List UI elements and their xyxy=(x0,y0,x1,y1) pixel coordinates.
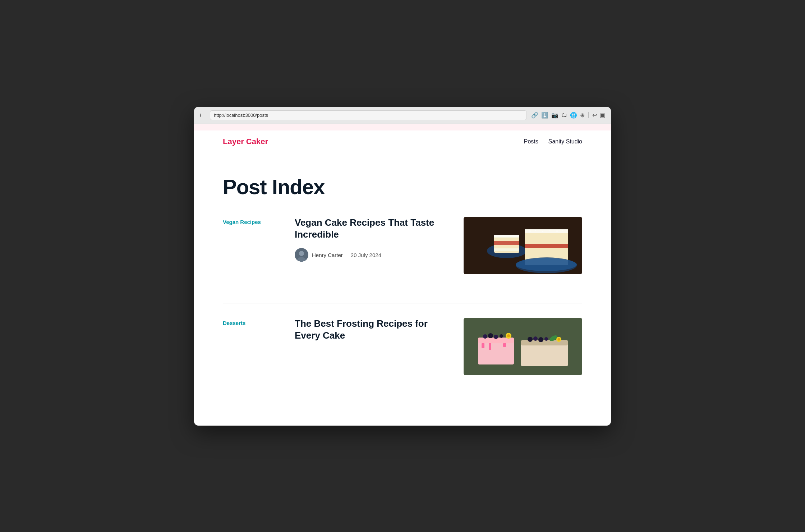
browser-window: i http://localhost:3000/posts 🔗 ⬇️ 📷 🗂 🌐… xyxy=(194,107,611,426)
globe-icon[interactable]: 🌐 xyxy=(570,112,577,119)
site-logo[interactable]: Layer Caker xyxy=(223,137,268,146)
svg-point-40 xyxy=(544,337,548,341)
post-title-1[interactable]: Vegan Cake Recipes That Taste Incredible xyxy=(295,217,449,241)
post-image-1[interactable] xyxy=(464,217,582,274)
svg-point-30 xyxy=(488,333,493,338)
link-icon[interactable]: 🔗 xyxy=(531,112,538,119)
svg-point-37 xyxy=(528,337,533,342)
divider xyxy=(588,112,589,118)
post-category-vegan[interactable]: Vegan Recipes xyxy=(223,219,261,225)
post-meta-col-2: Desserts xyxy=(223,318,280,326)
svg-rect-26 xyxy=(482,343,484,348)
svg-rect-11 xyxy=(525,244,568,248)
svg-point-22 xyxy=(516,258,577,271)
main-content: Post Index Vegan Recipes Vegan Cake Reci… xyxy=(194,153,611,426)
author-name: Henry Carter xyxy=(312,252,343,258)
svg-rect-28 xyxy=(503,343,506,347)
post-image-col-2 xyxy=(464,318,582,375)
separator-line xyxy=(223,303,582,303)
camera-icon[interactable]: 📷 xyxy=(551,112,558,119)
post-item: Vegan Recipes Vegan Cake Recipes That Ta… xyxy=(223,217,582,281)
svg-point-39 xyxy=(538,337,543,342)
post-author-row: Henry Carter 20 July 2024 xyxy=(295,248,449,262)
svg-point-31 xyxy=(494,335,498,339)
page-content: Layer Caker Posts Sanity Studio Post Ind… xyxy=(194,124,611,426)
post-category-desserts[interactable]: Desserts xyxy=(223,320,245,326)
svg-point-1 xyxy=(299,251,304,256)
svg-point-43 xyxy=(558,338,560,340)
svg-point-38 xyxy=(533,336,538,341)
post-info-col: Vegan Cake Recipes That Taste Incredible… xyxy=(295,217,449,262)
info-icon: i xyxy=(200,112,206,118)
post-image-col xyxy=(464,217,582,274)
nav-sanity-studio[interactable]: Sanity Studio xyxy=(548,138,582,145)
post-meta-col: Vegan Recipes xyxy=(223,217,280,225)
svg-rect-35 xyxy=(521,343,568,366)
folder-icon[interactable]: 🗂 xyxy=(561,112,567,118)
target-icon[interactable]: ⊕ xyxy=(580,112,585,119)
browser-actions: 🔗 ⬇️ 📷 🗂 🌐 ⊕ ↩ ▣ xyxy=(531,112,605,119)
svg-point-34 xyxy=(507,334,510,337)
sidebar-icon[interactable]: ▣ xyxy=(600,112,605,119)
svg-point-15 xyxy=(529,230,531,232)
nav-posts[interactable]: Posts xyxy=(524,138,538,145)
top-banner xyxy=(194,124,611,130)
svg-point-29 xyxy=(483,334,487,339)
browser-chrome: i http://localhost:3000/posts 🔗 ⬇️ 📷 🗂 🌐… xyxy=(194,107,611,124)
svg-rect-14 xyxy=(525,229,568,233)
svg-rect-27 xyxy=(489,343,491,350)
download-icon[interactable]: ⬇️ xyxy=(541,112,548,119)
svg-rect-8 xyxy=(494,248,519,251)
page-title: Post Index xyxy=(223,175,582,199)
url-text: http://localhost:3000/posts xyxy=(214,113,268,118)
post-image-2[interactable] xyxy=(464,318,582,375)
svg-point-17 xyxy=(542,231,543,232)
svg-rect-6 xyxy=(494,241,519,245)
post-item-2: Desserts The Best Frosting Recipes for E… xyxy=(223,318,582,382)
svg-point-19 xyxy=(556,230,558,232)
svg-point-18 xyxy=(549,230,551,231)
address-bar[interactable]: http://localhost:3000/posts xyxy=(210,110,527,120)
svg-point-32 xyxy=(500,334,503,338)
back-icon[interactable]: ↩ xyxy=(592,112,597,119)
site-header: Layer Caker Posts Sanity Studio xyxy=(194,130,611,153)
svg-rect-9 xyxy=(494,235,519,237)
site-nav: Posts Sanity Studio xyxy=(524,138,582,145)
post-date: 20 July 2024 xyxy=(351,252,381,258)
post-title-2[interactable]: The Best Frosting Recipes for Every Cake xyxy=(295,318,449,342)
post-info-col-2: The Best Frosting Recipes for Every Cake xyxy=(295,318,449,349)
avatar xyxy=(295,248,308,262)
svg-point-16 xyxy=(535,230,536,231)
svg-point-20 xyxy=(562,230,563,231)
